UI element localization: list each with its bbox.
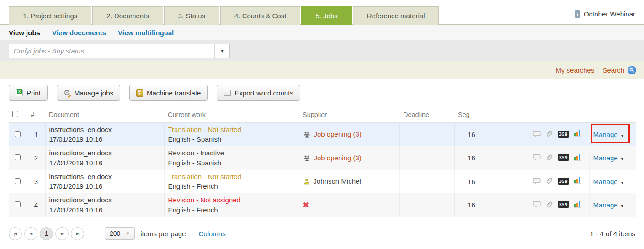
table-row: 4 instructions_en.docx 17/01/2019 10:16 … xyxy=(9,193,636,217)
manage-caret-icon[interactable]: ▾ xyxy=(621,203,623,208)
paperclip-icon[interactable] xyxy=(545,177,553,185)
chart-icon[interactable] xyxy=(574,131,581,137)
seg-count: 16 xyxy=(454,170,489,194)
row-checkbox[interactable] xyxy=(15,178,21,184)
filter-dropdown-button[interactable]: ▼ xyxy=(214,44,229,58)
page-size-dropdown[interactable]: 200 ▼ xyxy=(105,227,135,240)
wordcount-badge[interactable]: 359 xyxy=(558,131,569,138)
next-page-button[interactable]: ▶ xyxy=(55,227,69,240)
manage-link[interactable]: Manage xyxy=(593,201,618,209)
supplier-link[interactable]: Johnson Michel xyxy=(314,177,361,185)
manage-jobs-button[interactable]: ⚙ Manage jobs xyxy=(57,85,120,101)
items-per-page-label: items per page xyxy=(140,230,186,238)
deadline-cell xyxy=(399,122,454,146)
first-page-button[interactable]: |◀ xyxy=(9,227,22,240)
prev-page-button[interactable]: ◀ xyxy=(24,227,37,240)
col-seg: Seg xyxy=(454,107,489,122)
paperclip-icon[interactable] xyxy=(545,130,553,138)
status-filter-value[interactable]: Codyt jobs - Any status xyxy=(9,44,214,58)
deadline-cell xyxy=(399,146,454,170)
chart-icon[interactable] xyxy=(574,201,581,208)
search-link-label: Search xyxy=(602,66,624,74)
col-num: # xyxy=(27,107,45,122)
comment-icon[interactable] xyxy=(533,178,541,185)
language-pair: English - Spanish xyxy=(168,158,295,168)
manage-link[interactable]: Manage xyxy=(593,178,618,185)
wordcount-badge[interactable]: 359 xyxy=(558,178,569,185)
supplier-link[interactable]: Job opening (3) xyxy=(314,130,362,138)
col-supplier: Supplier xyxy=(299,107,399,122)
tab-jobs[interactable]: 5. Jobs xyxy=(301,6,351,25)
work-status: Translation - Not started xyxy=(168,125,295,135)
manage-caret-icon[interactable]: ▾ xyxy=(621,156,623,161)
manage-caret-icon[interactable]: ▾ xyxy=(621,180,623,185)
work-status: Translation - Not started xyxy=(168,172,295,182)
search-link[interactable]: Search xyxy=(602,66,636,74)
search-bar: My searches Search xyxy=(0,61,644,79)
gear-icon: ⚙ xyxy=(64,89,70,97)
info-icon: i xyxy=(575,10,580,18)
table-header-row: # Document Current work Supplier Deadlin… xyxy=(9,107,636,122)
manage-link[interactable]: Manage xyxy=(593,131,618,138)
person-icon xyxy=(303,178,310,185)
export-word-counts-button[interactable]: Export word counts xyxy=(217,85,300,101)
wordcount-badge[interactable]: 359 xyxy=(558,154,569,161)
tab-counts-cost[interactable]: 4. Counts & Cost xyxy=(220,6,300,25)
work-status: Revision - Inactive xyxy=(168,148,295,158)
not-assigned-icon: ✖ xyxy=(303,201,309,209)
comment-icon[interactable] xyxy=(533,201,541,208)
pagination-bar: |◀ ◀ 1 ▶ ▶| 200 ▼ items per page Columns… xyxy=(9,223,635,240)
row-checkbox[interactable] xyxy=(15,201,21,207)
seg-count: 16 xyxy=(454,193,489,217)
filter-row: Codyt jobs - Any status ▼ xyxy=(0,40,644,61)
tab-status[interactable]: 3. Status xyxy=(164,6,219,25)
last-page-button[interactable]: ▶| xyxy=(71,227,84,240)
machine-translate-icon: MT xyxy=(136,89,143,97)
paperclip-icon[interactable] xyxy=(545,154,553,161)
print-button[interactable]: Print xyxy=(9,85,48,101)
row-checkbox[interactable] xyxy=(15,131,21,137)
document-name: instructions_en.docx xyxy=(49,195,160,205)
my-searches-link[interactable]: My searches xyxy=(555,66,594,74)
toolbar: Print ⚙ Manage jobs MT Machine translate… xyxy=(0,79,644,107)
row-checkbox[interactable] xyxy=(15,154,21,160)
table-row: 2 instructions_en.docx 17/01/2019 10:16 … xyxy=(9,146,636,170)
wordcount-badge[interactable]: 359 xyxy=(558,201,569,208)
status-filter-combobox[interactable]: Codyt jobs - Any status ▼ xyxy=(9,44,230,58)
tab-documents[interactable]: 2. Documents xyxy=(92,6,163,25)
seg-count: 16 xyxy=(454,146,489,170)
machine-translate-button[interactable]: MT Machine translate xyxy=(129,85,208,101)
tab-reference-material[interactable]: Reference material xyxy=(353,6,439,25)
chart-icon[interactable] xyxy=(574,178,581,184)
items-range-label: 1 - 4 of 4 items xyxy=(590,230,635,238)
document-date: 17/01/2019 10:16 xyxy=(49,205,160,215)
supplier-link[interactable]: Job opening (3) xyxy=(314,154,362,162)
document-date: 17/01/2019 10:16 xyxy=(49,181,160,191)
view-subnav: View jobs View documents View multilingu… xyxy=(0,25,644,40)
manage-jobs-label: Manage jobs xyxy=(74,89,113,97)
subnav-view-documents[interactable]: View documents xyxy=(52,29,106,37)
subnav-view-jobs[interactable]: View jobs xyxy=(9,29,40,37)
page-number-button[interactable]: 1 xyxy=(40,227,53,240)
select-all-checkbox[interactable] xyxy=(12,111,18,117)
project-title-label: October Webinar xyxy=(584,10,635,18)
seg-count: 16 xyxy=(454,122,489,146)
table-row: 3 instructions_en.docx 17/01/2019 10:16 … xyxy=(9,170,636,194)
col-current-work: Current work xyxy=(164,107,299,122)
comment-icon[interactable] xyxy=(533,154,541,161)
manage-link[interactable]: Manage xyxy=(593,154,618,162)
document-date: 17/01/2019 10:16 xyxy=(49,134,160,144)
manage-caret-icon[interactable]: ▾ xyxy=(621,133,623,138)
deadline-cell xyxy=(399,170,454,194)
tab-project-settings[interactable]: 1. Project settings xyxy=(9,6,91,25)
language-pair: English - French xyxy=(168,205,295,215)
columns-link[interactable]: Columns xyxy=(199,230,226,238)
subnav-view-multilingual[interactable]: View multilingual xyxy=(118,29,174,37)
chevron-down-icon: ▼ xyxy=(220,48,224,53)
search-icon[interactable] xyxy=(628,66,636,74)
export-icon xyxy=(224,90,231,96)
chart-icon[interactable] xyxy=(574,154,581,161)
comment-icon[interactable] xyxy=(533,131,541,138)
group-icon xyxy=(303,131,311,138)
paperclip-icon[interactable] xyxy=(545,201,553,208)
